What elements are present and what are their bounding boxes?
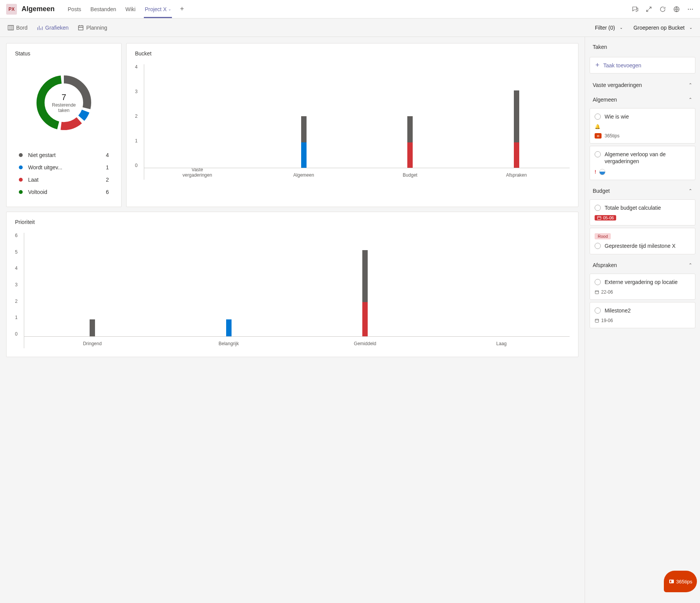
y-tick: 4 [15, 266, 18, 271]
reply-icon[interactable] [632, 6, 638, 13]
section-title: Algemeen [593, 97, 617, 103]
view-board-label: Bord [16, 25, 28, 31]
view-schedule-label: Planning [86, 25, 107, 31]
task-checkbox[interactable] [595, 205, 601, 211]
group-by-button[interactable]: Groeperen op Bucket ⌄ [633, 25, 692, 31]
tab-project-x-label: Project X [145, 6, 167, 12]
bell-icon: 🔔 [595, 124, 600, 129]
tab-bestanden[interactable]: Bestanden [86, 0, 121, 18]
legend-dot [19, 178, 23, 182]
team-avatar[interactable]: PX [6, 4, 17, 15]
bar [226, 319, 232, 337]
office-icon: O [595, 133, 602, 139]
channel-tabs: Posts Bestanden Wiki Project X ⌄ + [63, 0, 188, 18]
y-axis: 6543210 [15, 233, 24, 348]
refresh-icon[interactable] [659, 6, 666, 13]
legend-value: 1 [106, 164, 109, 170]
add-tab-button[interactable]: + [176, 5, 188, 13]
svg-rect-10 [598, 216, 601, 219]
bar-segment [362, 250, 368, 302]
bar-segment [362, 302, 368, 337]
legend-row: Laat2 [19, 174, 109, 186]
tab-project-x[interactable]: Project X ⌄ [140, 0, 176, 18]
task-checkbox[interactable] [595, 151, 601, 157]
bar-label: Algemeen [250, 173, 357, 178]
brand-badge[interactable]: 365tips [664, 571, 697, 592]
group-by-label: Groeperen op Bucket [633, 25, 685, 31]
svg-rect-13 [669, 580, 674, 583]
bar-label: Dringend [24, 341, 161, 347]
add-task-button[interactable]: + Taak toevoegen [590, 57, 695, 73]
task-card[interactable]: Wie is wie🔔O365tips [590, 108, 695, 144]
task-title: Algemene verloop van de vergaderingen [605, 151, 690, 165]
globe-icon[interactable] [673, 6, 680, 13]
svg-rect-4 [8, 25, 13, 30]
task-card[interactable]: Milestone219-06 [590, 302, 695, 328]
donut-center-label: Resterende taken [48, 102, 79, 114]
more-icon[interactable] [687, 6, 694, 13]
section-header[interactable]: Afspraken⌃ [585, 257, 700, 271]
view-board[interactable]: Bord [8, 25, 28, 31]
tab-posts[interactable]: Posts [63, 0, 86, 18]
legend-dot [19, 153, 23, 157]
expand-icon[interactable] [645, 6, 652, 13]
y-tick: 3 [135, 89, 138, 94]
legend-row: Niet gestart4 [19, 149, 109, 161]
section-header[interactable]: Vaste vergaderingen⌃ [585, 77, 700, 91]
bar [407, 116, 413, 168]
bar [514, 90, 519, 169]
channel-name: Algemeen [22, 5, 55, 13]
task-checkbox[interactable] [595, 307, 601, 314]
assignee-avatar [599, 169, 605, 175]
sidebar-title: Taken [585, 37, 700, 54]
bar [301, 116, 307, 168]
task-card[interactable]: RoodGepresteerde tijd milestone X [590, 228, 695, 254]
bucket-card-title: Bucket [135, 50, 570, 57]
task-checkbox[interactable] [595, 279, 601, 285]
task-meta: 🔔 [595, 124, 690, 129]
legend-value: 4 [106, 152, 109, 158]
task-checkbox[interactable] [595, 114, 601, 120]
view-charts[interactable]: Grafieken [37, 25, 69, 31]
svg-point-3 [692, 8, 693, 9]
view-schedule[interactable]: Planning [78, 25, 107, 31]
legend-value: 2 [106, 177, 109, 183]
svg-rect-14 [670, 580, 671, 582]
main-content: Status 7 Resterende taken Niet gestart4W… [0, 37, 700, 603]
task-card[interactable]: Totale budget calculatie05-06 [590, 199, 695, 225]
tab-wiki[interactable]: Wiki [121, 0, 140, 18]
bar-segment [407, 142, 413, 169]
bar-segment [301, 142, 307, 169]
task-card[interactable]: Externe vergadering op locatie22-06 [590, 274, 695, 300]
filter-button[interactable]: Filter (0) ⌄ [595, 25, 623, 31]
section-header[interactable]: Algemeen⌃ [585, 91, 700, 106]
task-title: Milestone2 [605, 307, 631, 314]
task-title: Gepresteerde tijd milestone X [605, 242, 675, 249]
legend-dot [19, 190, 23, 194]
bar-group: Algemeen [250, 64, 357, 168]
bar-group: Vastevergaderingen [144, 64, 251, 168]
bar-label: Vastevergaderingen [144, 167, 251, 178]
section-header[interactable]: Budget⌃ [585, 182, 700, 197]
donut-center-number: 7 [62, 92, 66, 102]
tag-pill: Rood [595, 233, 611, 239]
charts-area: Status 7 Resterende taken Niet gestart4W… [0, 37, 585, 603]
svg-rect-12 [595, 319, 599, 322]
plot-area: DringendBelangrijkGemiddeldLaag [24, 233, 570, 348]
task-checkbox[interactable] [595, 243, 601, 249]
task-card[interactable]: Algemene verloop van de vergaderingen! [590, 146, 695, 180]
brand-text: 365tips [605, 133, 620, 139]
bar-group: Belangrijk [160, 233, 297, 337]
bar-label: Belangrijk [160, 341, 297, 347]
chevron-down-icon: ⌄ [168, 7, 171, 11]
legend-dot [19, 165, 23, 169]
task-meta: 22-06 [595, 289, 690, 295]
topbar: PX Algemeen Posts Bestanden Wiki Project… [0, 0, 700, 18]
status-legend: Niet gestart4Wordt uitgev...1Laat2Voltoo… [15, 149, 113, 198]
bar-group: Budget [357, 64, 463, 168]
y-tick: 1 [135, 138, 138, 144]
legend-label: Voltooid [28, 189, 106, 195]
svg-point-2 [690, 8, 691, 9]
svg-rect-5 [78, 26, 83, 30]
chevron-down-icon: ⌄ [689, 25, 692, 30]
